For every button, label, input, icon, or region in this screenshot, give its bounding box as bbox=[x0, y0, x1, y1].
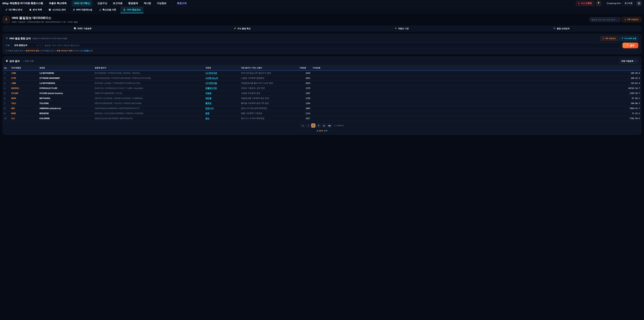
logout-button[interactable]: 로그아웃 bbox=[622, 1, 634, 6]
pagination-next-button[interactable]: ▶ bbox=[322, 123, 326, 128]
cell-no: 2 bbox=[3, 76, 10, 81]
substance-korean-name-link[interactable]: 메탄올 bbox=[206, 97, 212, 99]
quick-nav-item-1[interactable]: SEBC 거동분류 bbox=[3, 26, 162, 31]
incident-status-badge[interactable]: 사고 진행중 bbox=[576, 1, 594, 6]
table-row[interactable]: 113BD1,3-BUTADIENEBUTADIENE / PYRROYLENE… bbox=[3, 71, 641, 76]
main-nav-item-1[interactable]: 유출유 확산예측 bbox=[49, 1, 67, 6]
main-nav-item-3[interactable]: 긴급구난 bbox=[97, 1, 108, 6]
pagination-page-1[interactable]: 1 bbox=[311, 123, 316, 128]
cell-kor-synonyms: 부타디엔·합성고무·합성수지 원료 bbox=[240, 71, 298, 76]
main-nav-item-8[interactable]: 통합조회 bbox=[172, 1, 187, 6]
behavior-filter-select[interactable]: 전체 거동분류 bbox=[619, 59, 638, 64]
pagination-last-button[interactable]: ▶▶ bbox=[327, 123, 332, 128]
cell-kor-name: 스티렌 모노머 bbox=[204, 76, 240, 81]
cell-kor-synonyms: 크실렌·도료용제 원료 bbox=[240, 91, 298, 96]
cell-eng-synonyms: BUTADIENE / PYRROYLENE / DIVINYL / BIVIN… bbox=[94, 71, 204, 76]
page-header: HNS 물질정보 데이터베이스 SEBC 거동분류 · CHRIS/CAMEO … bbox=[3, 16, 641, 23]
pencil-icon bbox=[234, 27, 236, 30]
module-tab-label: HNS 물질정보 bbox=[127, 8, 141, 11]
column-header-4: 영문명 동의어 bbox=[94, 66, 204, 71]
cell-kor-name: 염소 bbox=[204, 116, 240, 121]
cell-cas-number: 1330-20-7 bbox=[312, 91, 641, 96]
cell-no: 4 bbox=[3, 86, 10, 91]
module-tab-3[interactable]: 시나리오 관리 bbox=[46, 7, 68, 13]
substance-korean-name-link[interactable]: 벤젠 bbox=[206, 112, 210, 114]
table-row[interactable]: 314BD1,4-BUTANEDIOLBUTANE-1,4-DIOL / TET… bbox=[3, 81, 641, 86]
cell-kor-name: 톨루엔 bbox=[204, 101, 240, 106]
pagination-page-2[interactable]: 2 bbox=[316, 123, 321, 128]
column-header-6: 국문 동의어 / 주요 사용처 bbox=[240, 66, 298, 71]
app-root: Wing 해양환경 위기대응 통합시스템 유출유 확산예측HNS·대기확산긴급구… bbox=[0, 0, 644, 135]
quick-nav-item-3[interactable]: 위험도 기준 bbox=[322, 26, 482, 31]
unified-search-card: HNS 물질 통합 검색 (화물약어·제품명·동의어·CAS·UN번호 통합) … bbox=[3, 34, 641, 54]
module-tab-1[interactable]: 대기확산 분석 bbox=[3, 7, 25, 13]
db-download-small-button[interactable]: DB 다운로드 bbox=[600, 36, 618, 41]
main-nav-item-7[interactable]: 기상정보 bbox=[156, 1, 167, 6]
module-tab-4[interactable]: HNS 대응매뉴얼 bbox=[70, 7, 95, 13]
total-registered: 총 20종 등록 bbox=[3, 130, 641, 132]
main-nav-item-5[interactable]: 항공탐색 bbox=[128, 1, 138, 6]
notifications-button[interactable] bbox=[596, 1, 601, 6]
module-tab-label: 확산모델 이론 bbox=[102, 8, 116, 11]
module-tabs: 대기확산 분석분석 목록시나리오 관리HNS 대응매뉴얼확산모델 이론HNS 물… bbox=[0, 7, 644, 14]
table-row[interactable]: 6MEOHMETHANOLMETHYL ALCOHOL / WOOD ALCOH… bbox=[3, 96, 641, 101]
table-row[interactable]: 7TOLUTOLUENEMETHYLBENZENE / TOLUOL / PHE… bbox=[3, 101, 641, 106]
cell-abbr: NH3 bbox=[10, 106, 38, 111]
substance-korean-name-link[interactable]: 윤활유(기유) bbox=[206, 87, 217, 89]
main-nav-item-2[interactable]: HNS·대기확산 bbox=[72, 1, 92, 6]
table-row[interactable]: 8NH3AMMONIA (anhydrous)ANHYDROUS AMMONIA… bbox=[3, 106, 641, 111]
module-tab-6[interactable]: HNS 물질정보 bbox=[120, 7, 144, 13]
substance-korean-name-link[interactable]: 톨루엔 bbox=[206, 102, 212, 104]
menu-button[interactable] bbox=[636, 1, 642, 6]
portmis-link-button[interactable]: Port-MIS 연동 bbox=[619, 36, 638, 41]
pagination-prev-button[interactable]: ◀ bbox=[306, 123, 310, 128]
quick-nav-item-4[interactable]: 물질 상세검색 bbox=[482, 26, 641, 31]
header-search-input[interactable] bbox=[590, 17, 620, 22]
table-row[interactable]: 9BENZBENZENEBENZOL / CYCLOHEXATRIENE / P… bbox=[3, 111, 641, 116]
incident-badge-label: 사고 진행중 bbox=[581, 2, 592, 5]
cell-cas-number: 110-63-4 bbox=[312, 81, 641, 86]
module-tab-5[interactable]: 확산모델 이론 bbox=[96, 7, 119, 13]
column-header-3: 영문명 bbox=[38, 66, 94, 71]
substance-korean-name-link[interactable]: 1,4-부탄디올 bbox=[206, 82, 217, 84]
main-nav-item-4[interactable]: 보고자료 bbox=[112, 1, 123, 6]
substance-korean-name-link[interactable]: 1,3-부타디엔 bbox=[206, 72, 217, 74]
unified-search-input[interactable] bbox=[42, 43, 621, 48]
cell-eng-name: TOLUENE bbox=[38, 101, 94, 106]
search-type-value: 전체 통합검색 bbox=[14, 44, 27, 47]
substance-korean-name-link[interactable]: 암모니아 bbox=[206, 107, 214, 109]
clipboard-icon bbox=[6, 60, 8, 63]
cell-abbr: BASEOIL bbox=[10, 86, 38, 91]
quick-nav-label: 위험도 기준 bbox=[398, 27, 409, 30]
substance-korean-name-link[interactable]: 염소 bbox=[206, 117, 210, 120]
search-type-select[interactable]: 전체 통합검색 bbox=[12, 43, 40, 48]
table-row[interactable]: 10CL2CHLORINEMOLECULAR CHLORINE / BERTHO… bbox=[3, 116, 641, 121]
search-card-subtitle: (화물약어·제품명·동의어·CAS·UN번호 통합) bbox=[32, 38, 67, 40]
db-download-button[interactable]: DB 다운로드 bbox=[622, 17, 641, 22]
module-tab-2[interactable]: 분석 목록 bbox=[27, 7, 44, 13]
page-title: HNS 물질정보 데이터베이스 bbox=[12, 16, 78, 20]
quick-nav-item-2[interactable]: 주요 물질 특성 bbox=[162, 26, 322, 31]
cell-abbr: XYLENE bbox=[10, 91, 38, 96]
magnifier-icon bbox=[553, 27, 556, 30]
main-content: HNS 물질정보 데이터베이스 SEBC 거동분류 · CHRIS/CAMEO … bbox=[0, 14, 644, 135]
cell-un-number: 1270 bbox=[298, 86, 312, 91]
bar-chart-icon bbox=[49, 9, 51, 11]
pagination-first-button[interactable]: ◀◀ bbox=[300, 123, 305, 128]
pagination: ◀◀◀12▶▶▶1 / 2 페이지 bbox=[3, 123, 641, 128]
table-row[interactable]: 5XYLENEXYLENE (mixed isomers)DIMETHYLBEN… bbox=[3, 91, 641, 96]
cell-no: 9 bbox=[3, 111, 10, 116]
main-nav-item-6[interactable]: 게시판 bbox=[144, 1, 152, 6]
table-row[interactable]: 2STYNSTYRENE MONOMERVINYLBENZENE / ETHEN… bbox=[3, 76, 641, 81]
search-note-segment: ※ 국문명·영문명 검색 시 bbox=[6, 50, 26, 52]
cell-eng-name: CHLORINE bbox=[38, 116, 94, 121]
cell-abbr: CL2 bbox=[10, 116, 38, 121]
substance-korean-name-link[interactable]: 스티렌 모노머 bbox=[206, 77, 218, 79]
search-button[interactable]: 검색 bbox=[622, 43, 638, 48]
search-results-card: 검색 결과 — 20건 조회 전체 거동분류 No.약자/제품명영문명영문명 동… bbox=[3, 57, 641, 135]
table-row[interactable]: 4BASEOILHYDRAULIC FLUIDBASE OIL / HYDRAU… bbox=[3, 86, 641, 91]
cell-cas-number: 108-88-3 bbox=[312, 101, 641, 106]
substance-korean-name-link[interactable]: 자일렌 bbox=[206, 92, 212, 94]
app-logo[interactable]: Wing 해양환경 위기대응 통합시스템 bbox=[2, 2, 43, 5]
bell-icon bbox=[597, 2, 600, 5]
